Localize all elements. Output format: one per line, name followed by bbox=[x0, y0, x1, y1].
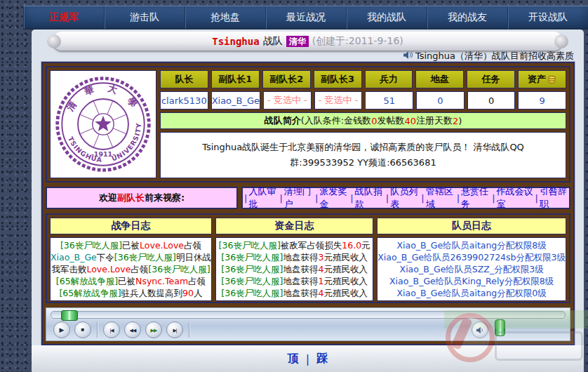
team-info-box: 清 華 大 學 TSINGHUA UNIVERSITY -1911- 队长 副队… bbox=[46, 66, 570, 182]
admin-link[interactable]: 队员列表 bbox=[390, 185, 420, 211]
admin-link-item: 引咎辞职 bbox=[534, 185, 569, 211]
admin-link-item: 作战会议室 bbox=[490, 185, 533, 211]
seek-thumb[interactable] bbox=[61, 310, 78, 321]
fund-log-column: 资金日志 [36丧尸吃人服]被敌军占领损失16.0元[36丧尸吃人服]地盘获得3… bbox=[215, 218, 373, 301]
nav-tab[interactable]: 游击队 bbox=[104, 6, 185, 29]
player-button[interactable]: ▶| bbox=[166, 321, 183, 338]
player-button[interactable]: ▶▶ bbox=[145, 321, 162, 338]
admin-links: 入队审批 清理门户 派发奖金 战队捐款 队员列表 管辖区域 悬赏任务 bbox=[241, 187, 570, 209]
member-log-entry: Xiao_B_Ge给队员2639902724sb分配权限3级 bbox=[377, 251, 566, 263]
team-table-value: 0 bbox=[416, 91, 465, 109]
tsinghua-seal: 清 華 大 學 TSINGHUA UNIVERSITY -1911- bbox=[53, 72, 153, 176]
welcome-label: 欢迎副队长前来视察: bbox=[46, 187, 238, 209]
header-missions: 任务 bbox=[467, 70, 515, 88]
nav-tab[interactable]: 我的战友 bbox=[427, 6, 507, 29]
team-table-value-row: clark5130 Xiao_B_Ge - 竞选中 - - 竞选中 - 51 0 bbox=[160, 91, 566, 109]
nav-tab[interactable]: 开设战队 bbox=[507, 6, 588, 29]
admin-link-item: 战队捐款 bbox=[349, 185, 384, 211]
team-table-value: 0 bbox=[467, 91, 516, 109]
admin-links-row: 欢迎副队长前来视察: 入队审批 清理门户 派发奖金 战队捐款 队员列 bbox=[46, 187, 570, 209]
member-log-entry: Xiao_B_Ge给队员aitang分配权限8级 bbox=[377, 239, 566, 251]
header-troops: 兵力 bbox=[365, 70, 413, 88]
admin-link[interactable]: 作战会议室 bbox=[497, 185, 534, 211]
war-log-title: 战争日志 bbox=[50, 218, 212, 234]
war-log-entry: [65解放战争服]驻兵人数提高到90人 bbox=[51, 287, 211, 299]
admin-link[interactable]: 战队捐款 bbox=[355, 185, 385, 211]
mute-button[interactable] bbox=[472, 321, 488, 338]
team-logo-cell: 清 華 大 學 TSINGHUA UNIVERSITY -1911- bbox=[50, 70, 156, 178]
fund-log-body: [36丧尸吃人服]被敌军占领损失16.0元[36丧尸吃人服]地盘获得3元殖民收入… bbox=[215, 237, 373, 301]
member-log-body: Xiao_B_Ge给队员aitang分配权限8级Xiao_B_Ge给队员2639… bbox=[377, 237, 566, 301]
team-name-en: Tsinghua bbox=[212, 36, 259, 47]
nav-tab[interactable]: 正规军 bbox=[23, 6, 104, 29]
admin-link-item: 悬赏任务 bbox=[455, 185, 490, 211]
intro-conditions-bar: 战队简介(入队条件:金钱数0 发帖数40 注册天数2) bbox=[160, 112, 566, 129]
vote-down-link[interactable]: 踩 bbox=[316, 352, 328, 366]
admin-link[interactable]: 管辖区域 bbox=[426, 185, 455, 211]
vote-up-link[interactable]: 顶 bbox=[288, 352, 299, 366]
war-log-entry: [65解放战争服]已被Nsync.Team占领 bbox=[51, 275, 211, 287]
speaker-icon bbox=[403, 51, 413, 62]
war-log-entry: 我军击败Love.Love占领[36丧尸吃人服] bbox=[51, 263, 211, 275]
admin-link-item: 派发奖金 bbox=[314, 185, 349, 211]
team-table-value: 51 bbox=[365, 91, 413, 109]
header-vice3: 副队长3 bbox=[314, 70, 362, 88]
header-vice1: 副队长1 bbox=[211, 70, 260, 88]
media-player: ▶ ■ |◀ ◀◀ ▶▶ ▶| bbox=[46, 307, 570, 341]
footer-vote-bar: 顶 | 踩 bbox=[32, 345, 584, 372]
notice-text: Tsinghua（清华）战队目前招收高素质 bbox=[415, 50, 574, 62]
nav-tab[interactable]: 抢地盘 bbox=[185, 6, 265, 29]
nav-tab[interactable]: 最近战况 bbox=[265, 6, 346, 29]
admin-link[interactable]: 悬赏任务 bbox=[461, 185, 490, 211]
nav-tab[interactable]: 我的战队 bbox=[346, 6, 427, 29]
fund-log-entry: [36丧尸吃人服]地盘获得4元殖民收入 bbox=[216, 287, 373, 299]
member-log-column: 队员日志 Xiao_B_Ge给队员aitang分配权限8级Xiao_B_Ge给队… bbox=[377, 218, 566, 301]
admin-link[interactable]: 派发奖金 bbox=[319, 185, 349, 211]
notice-marquee: Tsinghua（清华）战队目前招收高素质 bbox=[403, 50, 574, 62]
player-button[interactable]: ▶ bbox=[53, 321, 70, 338]
member-log-entry: Xiao_B_Ge给队员aitang分配权限0级 bbox=[377, 287, 566, 299]
player-button[interactable]: ■ bbox=[74, 321, 91, 338]
player-button[interactable]: |◀ bbox=[103, 321, 120, 338]
header-vice2: 副队长2 bbox=[262, 70, 311, 88]
team-name-suffix: 战队 bbox=[263, 35, 283, 48]
admin-link[interactable]: 清理门户 bbox=[284, 185, 314, 211]
team-table-value: - 竞选中 - bbox=[314, 91, 363, 109]
speaker-icon bbox=[476, 326, 484, 334]
team-description: Tsinghua战队诞生于北京美丽的清华园，诚招高素质的丧尸队员！ 清华战队QQ… bbox=[160, 132, 566, 178]
team-table-value: clark5130 bbox=[160, 91, 208, 109]
war-log-entry: Xiao_B_Ge下令[36丧尸吃人服]明日休战 bbox=[51, 251, 211, 263]
war-log-body: [36丧尸吃人服]已被Love.Love占领Xiao_B_Ge下令[36丧尸吃人… bbox=[50, 237, 212, 301]
logs-section: 战争日志 [36丧尸吃人服]已被Love.Love占领Xiao_B_Ge下令[3… bbox=[46, 213, 570, 303]
fund-log-entry: [36丧尸吃人服]地盘获得3元殖民收入 bbox=[216, 251, 373, 263]
admin-link[interactable]: 引咎辞职 bbox=[540, 185, 569, 211]
player-controls: ▶ ■ |◀ ◀◀ ▶▶ ▶| bbox=[53, 321, 195, 338]
volume-thumb[interactable] bbox=[495, 319, 505, 336]
tsinghua-badge: 清华 bbox=[286, 36, 309, 47]
header-territory: 地盘 bbox=[415, 70, 464, 88]
member-log-title: 队员日志 bbox=[377, 218, 566, 234]
war-log-column: 战争日志 [36丧尸吃人服]已被Love.Love占领Xiao_B_Ge下令[3… bbox=[50, 218, 212, 301]
main-frame: 清 華 大 學 TSINGHUA UNIVERSITY -1911- 队长 副队… bbox=[41, 62, 575, 345]
member-log-entry: Xiao_B_Ge给队员King_Rely分配权限8级 bbox=[377, 275, 566, 287]
admin-link-item: 清理门户 bbox=[278, 185, 313, 211]
seek-bar[interactable] bbox=[51, 311, 566, 319]
fund-log-entry: [36丧尸吃人服]被敌军占领损失16.0元 bbox=[216, 239, 373, 251]
created-date: (创建于:2011-9-16) bbox=[312, 35, 403, 48]
team-table-value: - 竞选中 - bbox=[263, 91, 312, 109]
coins-icon bbox=[547, 75, 556, 84]
content-panel: Tsinghua战队 清华 (创建于:2011-9-16) Tsinghua（清… bbox=[32, 29, 584, 372]
team-table: 队长 副队长1 副队长2 副队长3 兵力 地盘 任务 资产 bbox=[160, 70, 566, 178]
member-log-entry: Xiao_B_Ge给队员SZZ_分配权限3级 bbox=[377, 263, 566, 275]
controls-divider bbox=[189, 322, 189, 338]
svg-text:TSINGHUA: TSINGHUA bbox=[67, 135, 102, 164]
title-ribbon: Tsinghua战队 清华 (创建于:2011-9-16) bbox=[53, 32, 563, 51]
admin-link[interactable]: 入队审批 bbox=[248, 185, 278, 211]
header-leader: 队长 bbox=[160, 70, 208, 88]
team-table-value: 9 bbox=[518, 91, 566, 109]
team-table-header-row: 队长 副队长1 副队长2 副队长3 兵力 地盘 任务 资产 bbox=[160, 70, 566, 88]
controls-divider bbox=[97, 322, 98, 338]
team-table-value: Xiao_B_Ge bbox=[211, 91, 260, 109]
player-button[interactable]: ◀◀ bbox=[124, 321, 141, 338]
fund-log-entry: [36丧尸吃人服]地盘获得1元殖民收入 bbox=[216, 275, 373, 287]
